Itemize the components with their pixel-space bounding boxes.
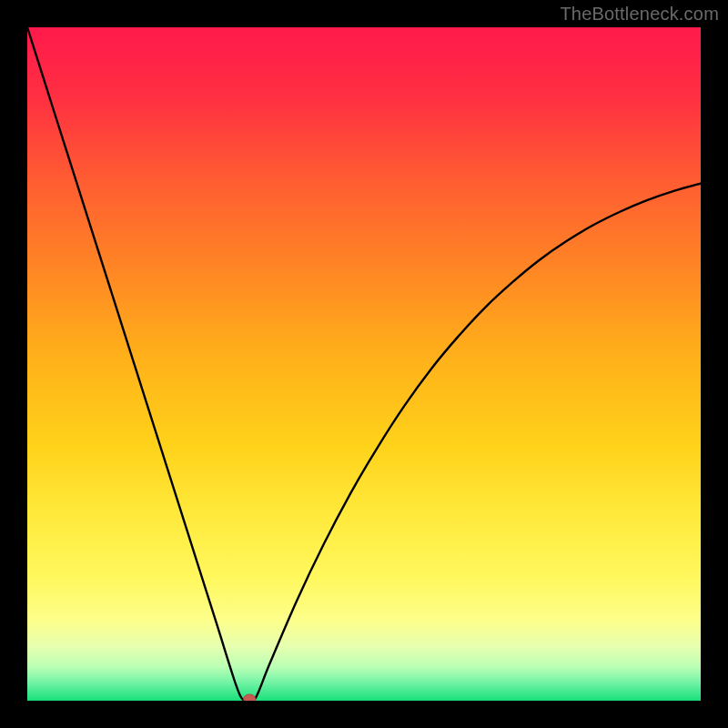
- chart-curve: [27, 27, 701, 701]
- watermark-text: TheBottleneck.com: [560, 4, 719, 25]
- svg-point-1: [244, 694, 256, 701]
- plot-area: [27, 27, 701, 701]
- outer-frame: TheBottleneck.com: [0, 0, 728, 728]
